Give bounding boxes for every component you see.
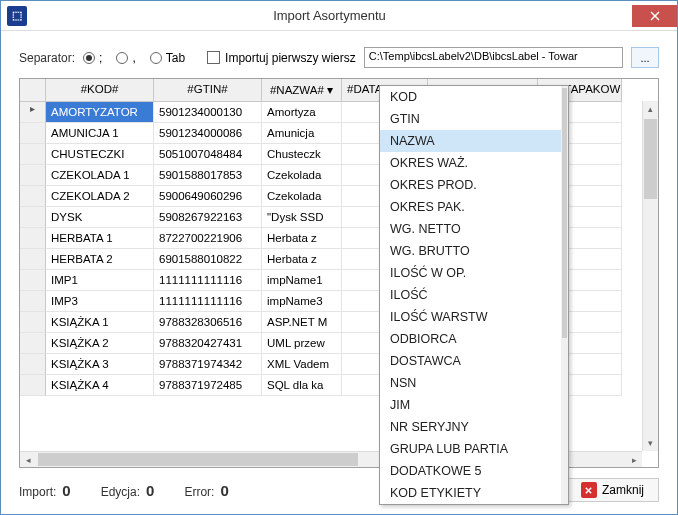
dropdown-item[interactable]: KOD ETYKIETY xyxy=(380,482,568,504)
cell-nazwa[interactable]: UML przew xyxy=(262,333,342,354)
cell-gtin[interactable]: 5900649060296 xyxy=(154,186,262,207)
cell-kod[interactable]: KSIĄŻKA 1 xyxy=(46,312,154,333)
cell-kod[interactable]: CZEKOLADA 1 xyxy=(46,165,154,186)
dropdown-item[interactable]: ILOŚĆ xyxy=(380,284,568,306)
dropdown-item[interactable]: OKRES PROD. xyxy=(380,174,568,196)
radio-tab[interactable]: Tab xyxy=(150,51,185,65)
row-header[interactable] xyxy=(20,165,46,186)
cell-nazwa[interactable]: Chusteczk xyxy=(262,144,342,165)
cell-nazwa[interactable]: SQL dla ka xyxy=(262,375,342,396)
import-first-row-checkbox[interactable]: Importuj pierwszy wiersz xyxy=(207,51,356,65)
cell-gtin[interactable]: 1111111111116 xyxy=(154,291,262,312)
scroll-down-icon[interactable]: ▾ xyxy=(643,435,658,451)
dropdown-item[interactable]: DODATKOWE 5 xyxy=(380,460,568,482)
radio-label: , xyxy=(132,51,135,65)
column-header[interactable]: #GTIN# xyxy=(154,79,262,102)
row-header[interactable] xyxy=(20,270,46,291)
cell-kod[interactable]: IMP3 xyxy=(46,291,154,312)
cell-nazwa[interactable]: XML Vadem xyxy=(262,354,342,375)
cell-kod[interactable]: KSIĄŻKA 3 xyxy=(46,354,154,375)
column-dropdown-menu[interactable]: KODGTINNAZWAOKRES WAŻ.OKRES PROD.OKRES P… xyxy=(379,85,569,505)
cell-kod[interactable]: HERBATA 2 xyxy=(46,249,154,270)
scroll-up-icon[interactable]: ▴ xyxy=(643,101,658,117)
cell-gtin[interactable]: 5901234000130 xyxy=(154,102,262,123)
radio-semicolon[interactable]: ; xyxy=(83,51,102,65)
radio-comma[interactable]: , xyxy=(116,51,135,65)
cell-kod[interactable]: HERBATA 1 xyxy=(46,228,154,249)
dropdown-item[interactable]: ODBIORCA xyxy=(380,328,568,350)
row-header[interactable] xyxy=(20,312,46,333)
cell-gtin[interactable]: 9788371974342 xyxy=(154,354,262,375)
dropdown-item[interactable]: GTIN xyxy=(380,108,568,130)
cell-gtin[interactable]: 5051007048484 xyxy=(154,144,262,165)
window-close-button[interactable] xyxy=(632,5,677,27)
scroll-thumb[interactable] xyxy=(562,88,567,338)
dropdown-item[interactable]: GRUPA LUB PARTIA xyxy=(380,438,568,460)
dropdown-item[interactable]: NSN xyxy=(380,372,568,394)
vertical-scrollbar[interactable]: ▴ ▾ xyxy=(642,101,658,451)
row-header[interactable] xyxy=(20,102,46,123)
scroll-thumb[interactable] xyxy=(644,119,657,199)
cell-gtin[interactable]: 5901588017853 xyxy=(154,165,262,186)
cell-nazwa[interactable]: Amortyza xyxy=(262,102,342,123)
row-header[interactable] xyxy=(20,144,46,165)
cell-gtin[interactable]: 9788320427431 xyxy=(154,333,262,354)
dropdown-item[interactable]: ILOŚĆ W OP. xyxy=(380,262,568,284)
dropdown-item[interactable]: WG. BRUTTO xyxy=(380,240,568,262)
cell-gtin[interactable]: 1111111111116 xyxy=(154,270,262,291)
cell-nazwa[interactable]: ASP.NET M xyxy=(262,312,342,333)
cell-kod[interactable]: IMP1 xyxy=(46,270,154,291)
row-header[interactable] xyxy=(20,375,46,396)
dropdown-item[interactable]: JIM xyxy=(380,394,568,416)
close-button[interactable]: Zamknij xyxy=(566,478,659,502)
scroll-right-icon[interactable]: ▸ xyxy=(626,452,642,467)
close-button-label: Zamknij xyxy=(602,483,644,497)
titlebar: ⬚ Import Asortymentu xyxy=(1,1,677,31)
dropdown-item[interactable]: DOSTAWCA xyxy=(380,350,568,372)
dropdown-item[interactable]: NR SERYJNY xyxy=(380,416,568,438)
dropdown-item[interactable]: NAZWA xyxy=(380,130,568,152)
cell-nazwa[interactable]: Amunicja xyxy=(262,123,342,144)
cell-gtin[interactable]: 9788328306516 xyxy=(154,312,262,333)
row-header[interactable] xyxy=(20,291,46,312)
browse-button[interactable]: ... xyxy=(631,47,659,68)
row-header[interactable] xyxy=(20,354,46,375)
cell-kod[interactable]: CZEKOLADA 2 xyxy=(46,186,154,207)
filepath-input[interactable]: C:\Temp\ibcsLabelv2\DB\ibcsLabel - Towar xyxy=(364,47,623,68)
cell-kod[interactable]: KSIĄŻKA 4 xyxy=(46,375,154,396)
row-header[interactable] xyxy=(20,186,46,207)
dropdown-item[interactable]: OKRES PAK. xyxy=(380,196,568,218)
dropdown-item[interactable]: WG. NETTO xyxy=(380,218,568,240)
cell-gtin[interactable]: 6901588010822 xyxy=(154,249,262,270)
row-header[interactable] xyxy=(20,228,46,249)
cell-kod[interactable]: DYSK xyxy=(46,207,154,228)
cell-kod[interactable]: AMORTYZATOR xyxy=(46,102,154,123)
cell-nazwa[interactable]: impName1 xyxy=(262,270,342,291)
cell-gtin[interactable]: 5901234000086 xyxy=(154,123,262,144)
dropdown-item[interactable]: OKRES WAŻ. xyxy=(380,152,568,174)
dropdown-item[interactable]: ILOŚĆ WARSTW xyxy=(380,306,568,328)
row-header[interactable] xyxy=(20,207,46,228)
cell-gtin[interactable]: 8722700221906 xyxy=(154,228,262,249)
row-header[interactable] xyxy=(20,249,46,270)
cell-nazwa[interactable]: "Dysk SSD xyxy=(262,207,342,228)
cell-kod[interactable]: CHUSTECZKI xyxy=(46,144,154,165)
scroll-thumb[interactable] xyxy=(38,453,358,466)
cell-nazwa[interactable]: impName3 xyxy=(262,291,342,312)
dropdown-item[interactable]: KOD xyxy=(380,86,568,108)
scroll-left-icon[interactable]: ◂ xyxy=(20,452,36,467)
cell-nazwa[interactable]: Czekolada xyxy=(262,165,342,186)
dropdown-scrollbar[interactable] xyxy=(561,86,568,504)
cell-nazwa[interactable]: Czekolada xyxy=(262,186,342,207)
cell-kod[interactable]: AMUNICJA 1 xyxy=(46,123,154,144)
cell-kod[interactable]: KSIĄŻKA 2 xyxy=(46,333,154,354)
cell-gtin[interactable]: 9788371972485 xyxy=(154,375,262,396)
row-header[interactable] xyxy=(20,333,46,354)
cell-gtin[interactable]: 5908267922163 xyxy=(154,207,262,228)
column-header[interactable]: #NAZWA# ▾ xyxy=(262,79,342,102)
counter-value: 0 xyxy=(220,482,228,499)
cell-nazwa[interactable]: Herbata z xyxy=(262,228,342,249)
cell-nazwa[interactable]: Herbata z xyxy=(262,249,342,270)
row-header[interactable] xyxy=(20,123,46,144)
column-header[interactable]: #KOD# xyxy=(46,79,154,102)
